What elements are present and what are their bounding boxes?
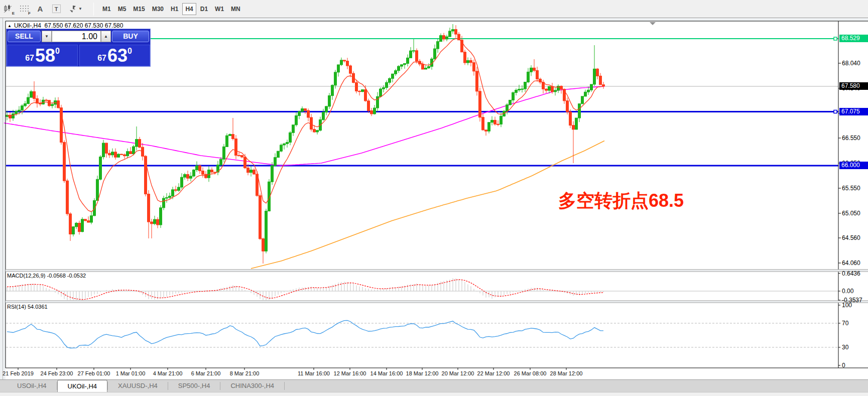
price-tick-label: 65.050: [842, 210, 868, 217]
price-badge: 67.580: [839, 82, 868, 90]
ma-slow-orange: [251, 141, 604, 269]
rsi-tick-label: 70: [842, 320, 868, 327]
price-badge: 66.000: [839, 162, 868, 169]
rsi-tick-label: 30: [842, 344, 868, 351]
price-badge: 67.075: [839, 108, 868, 115]
rsi-tick-label: 100: [842, 302, 868, 309]
rsi-line: [7, 320, 603, 348]
buy-button[interactable]: BUY: [112, 31, 149, 42]
chart-tab-ukoilh4[interactable]: UKOil-,H4: [57, 380, 108, 392]
buy-price-display[interactable]: 67 63 0: [79, 45, 150, 66]
price-tick-label: 66.550: [842, 135, 868, 142]
volume-decrease-button[interactable]: ▼: [42, 31, 52, 42]
hline-handle[interactable]: [834, 110, 837, 113]
price-tick-label: 64.560: [842, 234, 868, 241]
hline-handles: [834, 37, 837, 113]
price-tick-label: 65.550: [842, 185, 868, 192]
chart-text-annotation[interactable]: 多空转折点68.5: [558, 189, 684, 213]
chart-shift-marker: [650, 22, 656, 25]
sell-button[interactable]: SELL: [8, 31, 41, 42]
macd-tick-label: 0.6436: [842, 270, 868, 277]
macd-tick-label: 0.00: [842, 288, 868, 295]
sell-price-display[interactable]: 67 58 0: [7, 45, 78, 66]
rsi-tick-label: 0: [842, 362, 868, 369]
volume-input[interactable]: [52, 31, 101, 42]
pane-borders: [6, 21, 868, 368]
volume-increase-button[interactable]: ▲: [101, 31, 111, 42]
axis-tick-marks: [18, 63, 841, 370]
price-badge: 68.529: [839, 35, 868, 42]
one-click-trade-panel: SELL ▼ ▲ BUY 67 58 0 67 63 0: [6, 29, 151, 67]
price-tick-label: 64.060: [842, 259, 868, 267]
rsi-levels: [6, 323, 838, 347]
chart-title: ▲UKOil-,H4 67.550 67.620 67.530 67.580: [8, 22, 123, 29]
mt4-app: E F A T ▼ M1M5M15M30H1H4D1W1MN: [0, 0, 868, 396]
chart-tab-usoilh4[interactable]: USOil-,H4: [7, 380, 57, 392]
tab-separator: [284, 382, 285, 390]
time-axis-label: 8 Mar 21:00: [220, 370, 269, 376]
macd-histogram: [7, 278, 603, 300]
price-tick-label: 68.040: [842, 60, 868, 67]
time-axis-label: 28 Mar 12:00: [542, 370, 590, 376]
chart-tab-china300h4[interactable]: CHINA300-,H4: [220, 380, 284, 392]
chart-tab-xauusdh4[interactable]: XAUUSD-,H4: [108, 380, 168, 392]
triangle-up-icon: ▲: [8, 24, 12, 28]
chart-tabs-bar: USOil-,H4UKOil-,H4XAUUSD-,H4SP500-,H4CHI…: [0, 379, 868, 392]
status-bar: [0, 392, 868, 396]
chart-tab-sp500h4[interactable]: SP500-,H4: [168, 380, 220, 392]
hline-handle[interactable]: [834, 37, 837, 40]
macd-label: MACD(12,26,9) -0.0568 -0.0532: [7, 273, 86, 279]
rsi-label: RSI(14) 54.0361: [7, 304, 48, 310]
